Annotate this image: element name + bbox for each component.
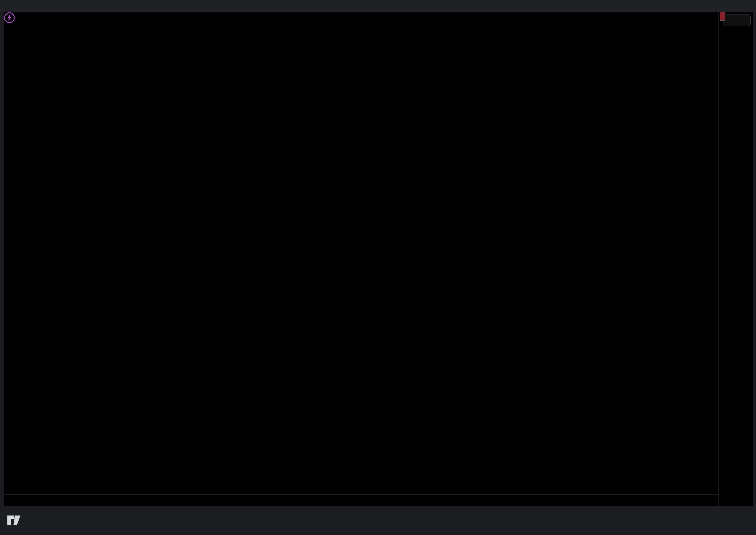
tradingview-logo[interactable] bbox=[7, 515, 24, 525]
chart-pane[interactable] bbox=[4, 13, 718, 494]
volume-value-badge bbox=[720, 13, 725, 20]
tradingview-logo-icon bbox=[7, 515, 21, 525]
attribution-bar bbox=[0, 0, 756, 13]
currency-toggle-button[interactable] bbox=[723, 14, 751, 26]
price-scale[interactable] bbox=[718, 13, 753, 506]
page-footer bbox=[0, 506, 756, 535]
boost-lightning-button[interactable] bbox=[4, 13, 15, 23]
chart-widget bbox=[4, 13, 753, 506]
candlestick-canvas[interactable] bbox=[4, 13, 718, 494]
lightning-icon bbox=[7, 14, 13, 21]
time-scale[interactable] bbox=[4, 494, 753, 506]
